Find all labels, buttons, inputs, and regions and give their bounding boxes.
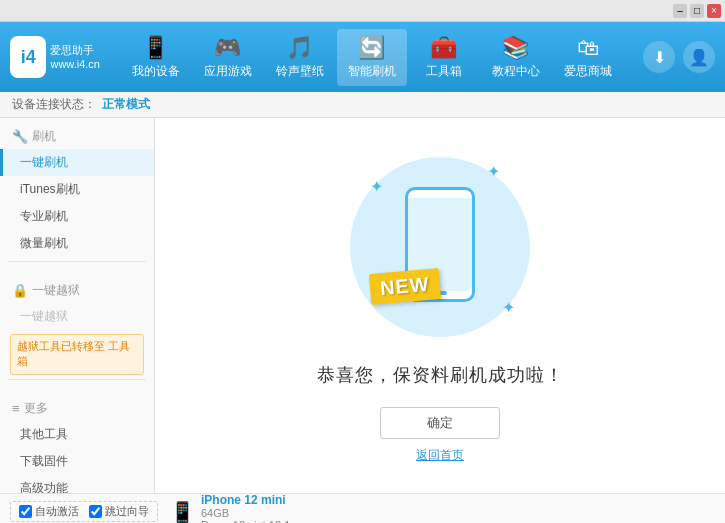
close-button[interactable]: × xyxy=(707,4,721,18)
download-button[interactable]: ⬇ xyxy=(643,41,675,73)
content-area: NEW ✦ ✦ ✦ 恭喜您，保资料刷机成功啦！ 确定 返回首页 xyxy=(155,118,725,493)
sidebar-item-pro-flash[interactable]: 专业刷机 xyxy=(0,203,154,230)
nav-icon-store: 🛍 xyxy=(577,35,599,61)
user-button[interactable]: 👤 xyxy=(683,41,715,73)
device-firmware: Down-12mini-13.1 xyxy=(201,519,290,524)
device-icon: 📱 xyxy=(170,500,195,524)
status-value: 正常模式 xyxy=(102,96,150,113)
nav-item-apps-games[interactable]: 🎮应用游戏 xyxy=(193,29,263,86)
sidebar-section-header-2: ≡更多 xyxy=(0,396,154,421)
sidebar-divider xyxy=(8,379,146,380)
sidebar-note-1: 越狱工具已转移至 工具箱 xyxy=(10,334,144,375)
auto-start-label: 自动激活 xyxy=(35,504,79,519)
nav-item-tutorials[interactable]: 📚教程中心 xyxy=(481,29,551,86)
sidebar-section-0: 🔧刷机一键刷机iTunes刷机专业刷机微量刷机 xyxy=(0,118,154,272)
logo-icon: i4 xyxy=(10,36,46,78)
nav-icon-toolbox: 🧰 xyxy=(430,35,457,61)
sidebar: 🔧刷机一键刷机iTunes刷机专业刷机微量刷机🔒一键越狱一键越狱越狱工具已转移至… xyxy=(0,118,155,493)
sidebar-item-advanced[interactable]: 高级功能 xyxy=(0,475,154,493)
nav-icon-tutorials: 📚 xyxy=(502,35,529,61)
sidebar-item-itunes-flash[interactable]: iTunes刷机 xyxy=(0,176,154,203)
section-icon-0: 🔧 xyxy=(12,129,28,144)
nav-item-my-device[interactable]: 📱我的设备 xyxy=(121,29,191,86)
checkbox-group: 自动激活 跳过向导 xyxy=(10,501,158,522)
nav-icon-my-device: 📱 xyxy=(142,35,169,61)
confirm-button[interactable]: 确定 xyxy=(380,407,500,439)
sidebar-divider xyxy=(8,261,146,262)
success-illustration: NEW ✦ ✦ ✦ xyxy=(340,147,540,347)
sparkle-icon-3: ✦ xyxy=(502,298,515,317)
sidebar-item-one-click-flash[interactable]: 一键刷机 xyxy=(0,149,154,176)
auto-start-checkbox-label[interactable]: 自动激活 xyxy=(19,504,79,519)
nav-item-store[interactable]: 🛍爱思商城 xyxy=(553,29,623,86)
device-details: iPhone 12 mini 64GB Down-12mini-13.1 xyxy=(201,493,290,524)
sidebar-item-download-firmware[interactable]: 下载固件 xyxy=(0,448,154,475)
sparkle-icon-2: ✦ xyxy=(487,162,500,181)
minimize-button[interactable]: – xyxy=(673,4,687,18)
sidebar-section-header-1: 🔒一键越狱 xyxy=(0,278,154,303)
device-info: 📱 iPhone 12 mini 64GB Down-12mini-13.1 xyxy=(170,493,290,524)
auto-start-checkbox[interactable] xyxy=(19,505,32,518)
nav-item-toolbox[interactable]: 🧰工具箱 xyxy=(409,29,479,86)
sidebar-item-micro-flash[interactable]: 微量刷机 xyxy=(0,230,154,257)
header: i4 爱思助手 www.i4.cn 📱我的设备🎮应用游戏🎵铃声壁纸🔄智能刷机🧰工… xyxy=(0,22,725,92)
nav-icon-ringtones: 🎵 xyxy=(286,35,313,61)
new-ribbon: NEW xyxy=(369,268,441,305)
logo: i4 爱思助手 www.i4.cn xyxy=(10,36,100,78)
nav-item-ringtones[interactable]: 🎵铃声壁纸 xyxy=(265,29,335,86)
status-label: 设备连接状态： xyxy=(12,96,96,113)
sidebar-section-header-0: 🔧刷机 xyxy=(0,124,154,149)
skip-wizard-label: 跳过向导 xyxy=(105,504,149,519)
nav-items: 📱我的设备🎮应用游戏🎵铃声壁纸🔄智能刷机🧰工具箱📚教程中心🛍爱思商城 xyxy=(100,29,643,86)
nav-right: ⬇ 👤 xyxy=(643,41,715,73)
sidebar-item-other-tools[interactable]: 其他工具 xyxy=(0,421,154,448)
sidebar-disabled-item: 一键越狱 xyxy=(0,303,154,330)
bottom-device-bar: 自动激活 跳过向导 📱 iPhone 12 mini 64GB Down-12m… xyxy=(0,493,725,523)
section-icon-2: ≡ xyxy=(12,401,20,416)
skip-wizard-checkbox[interactable] xyxy=(89,505,102,518)
device-name: iPhone 12 mini xyxy=(201,493,290,507)
maximize-button[interactable]: □ xyxy=(690,4,704,18)
new-badge-text: NEW xyxy=(379,273,430,299)
nav-icon-smart-flash: 🔄 xyxy=(358,35,385,61)
back-home-link[interactable]: 返回首页 xyxy=(416,447,464,464)
statusbar: 设备连接状态： 正常模式 xyxy=(0,92,725,118)
skip-wizard-checkbox-label[interactable]: 跳过向导 xyxy=(89,504,149,519)
device-storage: 64GB xyxy=(201,507,290,519)
logo-text: 爱思助手 www.i4.cn xyxy=(50,43,100,72)
section-icon-1: 🔒 xyxy=(12,283,28,298)
sparkle-icon-1: ✦ xyxy=(370,177,383,196)
main-layout: 🔧刷机一键刷机iTunes刷机专业刷机微量刷机🔒一键越狱一键越狱越狱工具已转移至… xyxy=(0,118,725,493)
success-text: 恭喜您，保资料刷机成功啦！ xyxy=(317,363,564,387)
sidebar-section-2: ≡更多其他工具下载固件高级功能 xyxy=(0,390,154,493)
sidebar-section-1: 🔒一键越狱一键越狱越狱工具已转移至 工具箱 xyxy=(0,272,154,390)
nav-item-smart-flash[interactable]: 🔄智能刷机 xyxy=(337,29,407,86)
titlebar: – □ × xyxy=(0,0,725,22)
nav-icon-apps-games: 🎮 xyxy=(214,35,241,61)
